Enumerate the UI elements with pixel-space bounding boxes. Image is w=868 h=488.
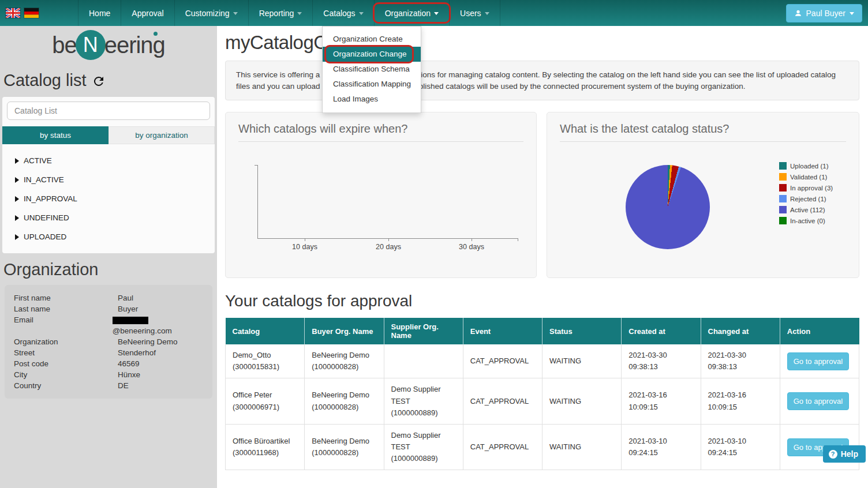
supplier-name: Demo Supplier TEST bbox=[391, 430, 456, 453]
question-mark-icon: ? bbox=[829, 450, 837, 459]
profile-label: Last name bbox=[14, 303, 118, 314]
sidebar: be N eering Catalog list by status by or… bbox=[0, 26, 217, 488]
legend-item: Validated (1) bbox=[779, 171, 833, 182]
chevron-down-icon bbox=[485, 12, 489, 15]
status-group-undefined[interactable]: UNDEFINED bbox=[15, 208, 209, 227]
chevron-down-icon bbox=[359, 12, 364, 15]
catalog-list-panel: by status by organization ACTIVE IN_ACTI… bbox=[2, 97, 215, 253]
status-group-list: ACTIVE IN_ACTIVE IN_APPROVAL UNDEFINED U… bbox=[7, 144, 210, 249]
x-tick bbox=[388, 238, 389, 241]
expire-chart-panel: Which catalogs will expire when? 10 days… bbox=[225, 112, 537, 278]
col-header-supplier-org: Supplier Org. Name bbox=[384, 318, 463, 344]
nav-users[interactable]: Users bbox=[449, 0, 500, 26]
profile-value: BeNeering Demo bbox=[118, 336, 178, 347]
chevron-down-icon bbox=[297, 12, 302, 15]
buyer-name: BeNeering Demo bbox=[312, 350, 376, 361]
cell-status: WAITING bbox=[542, 378, 622, 424]
col-header-event: Event bbox=[463, 318, 542, 344]
profile-label: Post code bbox=[14, 358, 118, 369]
caret-right-icon bbox=[15, 177, 19, 183]
status-group-in-approval[interactable]: IN_APPROVAL bbox=[15, 189, 209, 208]
tab-by-organization[interactable]: by organization bbox=[108, 126, 215, 144]
user-name-label: Paul Buyer bbox=[806, 9, 845, 18]
go-to-approval-button[interactable]: Go to approval bbox=[787, 392, 849, 410]
nav-customizing[interactable]: Customizing bbox=[174, 0, 248, 26]
main-menu: Home Approval Customizing Reporting Cata… bbox=[78, 0, 500, 26]
nav-organization-label: Organization bbox=[385, 9, 431, 18]
menu-item-classification-mapping[interactable]: Classification Mapping bbox=[323, 77, 421, 92]
flag-de-icon[interactable] bbox=[24, 8, 39, 18]
refresh-icon[interactable] bbox=[92, 74, 106, 88]
nav-reporting[interactable]: Reporting bbox=[248, 0, 313, 26]
cell-event: CAT_APPROVAL bbox=[463, 424, 542, 470]
status-group-active[interactable]: ACTIVE bbox=[15, 151, 209, 170]
nav-users-label: Users bbox=[460, 9, 481, 18]
flag-en-icon[interactable] bbox=[6, 8, 20, 18]
cell-supplier-org: Demo Supplier TEST(1000000889) bbox=[384, 424, 463, 470]
cell-supplier-org bbox=[384, 344, 463, 378]
profile-row-email: Email@beneering.com bbox=[14, 314, 203, 336]
table-header-row: Catalog Buyer Org. Name Supplier Org. Na… bbox=[226, 318, 859, 344]
nav-catalogs[interactable]: Catalogs bbox=[312, 0, 373, 26]
profile-value: 46569 bbox=[118, 358, 140, 369]
help-button[interactable]: ? Help bbox=[823, 445, 866, 463]
nav-home-label: Home bbox=[89, 9, 110, 18]
legend-item: Active (112) bbox=[779, 204, 833, 215]
caret-right-icon bbox=[15, 215, 19, 221]
help-label: Help bbox=[841, 449, 858, 459]
chevron-down-icon bbox=[233, 12, 238, 15]
catalog-list-title: Catalog list bbox=[3, 71, 86, 90]
status-group-label: IN_APPROVAL bbox=[24, 194, 77, 203]
supplier-id: (1000000889) bbox=[391, 407, 456, 419]
profile-value: Hünxe bbox=[118, 369, 140, 380]
nav-organization[interactable]: Organization bbox=[374, 0, 449, 26]
organization-heading: Organization bbox=[0, 253, 217, 284]
menu-item-organization-change[interactable]: Organization Change bbox=[323, 47, 421, 62]
nav-catalogs-label: Catalogs bbox=[323, 9, 355, 18]
profile-label: Organization bbox=[14, 336, 118, 347]
col-header-buyer-org: Buyer Org. Name bbox=[305, 318, 384, 344]
caret-right-icon bbox=[15, 234, 19, 240]
legend-item: Rejected (1) bbox=[779, 193, 833, 204]
menu-item-load-images[interactable]: Load Images bbox=[323, 92, 421, 107]
status-group-in-active[interactable]: IN_ACTIVE bbox=[15, 170, 209, 189]
legend-item: In-active (0) bbox=[779, 215, 833, 226]
catalog-name: Office Peter bbox=[233, 389, 297, 401]
nav-approval[interactable]: Approval bbox=[121, 0, 174, 26]
cell-event: CAT_APPROVAL bbox=[463, 378, 542, 424]
col-header-catalog: Catalog bbox=[226, 318, 305, 344]
menu-item-organization-create[interactable]: Organization Create bbox=[323, 32, 421, 47]
x-axis bbox=[257, 238, 518, 239]
supplier-name: Demo Supplier TEST bbox=[391, 384, 456, 407]
profile-row-country: CountryDE bbox=[14, 380, 203, 391]
go-to-approval-button[interactable]: Go to approval bbox=[787, 352, 849, 370]
catalog-status-pie bbox=[626, 165, 710, 249]
nav-home[interactable]: Home bbox=[78, 0, 121, 26]
cell-created-at: 2021-03-16 10:09:15 bbox=[622, 378, 701, 424]
buyer-id: (1000000828) bbox=[312, 447, 376, 459]
profile-label: Street bbox=[14, 347, 118, 358]
caret-right-icon bbox=[15, 196, 19, 202]
status-group-label: IN_ACTIVE bbox=[24, 175, 64, 184]
person-icon bbox=[794, 9, 802, 17]
cell-changed-at: 2021-03-30 09:38:13 bbox=[701, 344, 780, 378]
logo-text-suffix: eering bbox=[104, 32, 165, 58]
chevron-down-icon bbox=[850, 12, 854, 15]
status-group-label: ACTIVE bbox=[24, 156, 52, 165]
y-axis bbox=[257, 165, 258, 238]
approval-table: Catalog Buyer Org. Name Supplier Org. Na… bbox=[225, 318, 859, 470]
tab-by-status[interactable]: by status bbox=[2, 126, 108, 144]
nav-customizing-label: Customizing bbox=[185, 9, 230, 18]
col-header-created-at: Created at bbox=[622, 318, 701, 344]
profile-label: Country bbox=[14, 380, 118, 391]
beneering-logo: be N eering bbox=[0, 27, 217, 63]
legend-swatch bbox=[779, 184, 787, 192]
col-header-action: Action bbox=[780, 318, 859, 344]
user-menu-button[interactable]: Paul Buyer bbox=[786, 4, 862, 22]
catalog-search-input[interactable] bbox=[7, 102, 210, 120]
language-switcher bbox=[0, 0, 78, 26]
menu-item-classification-schema[interactable]: Classification Schema bbox=[323, 62, 421, 77]
legend-label: Uploaded (1) bbox=[790, 163, 828, 170]
status-group-label: UNDEFINED bbox=[24, 213, 69, 222]
status-group-uploaded[interactable]: UPLOADED bbox=[15, 227, 209, 246]
